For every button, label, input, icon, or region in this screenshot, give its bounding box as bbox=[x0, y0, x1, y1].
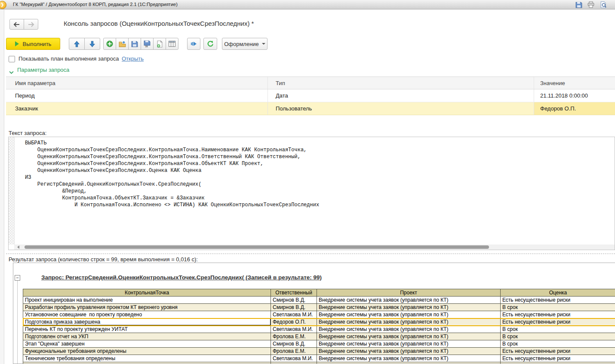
result-cell[interactable]: Светлакова М.И. bbox=[271, 355, 317, 362]
result-cell[interactable]: Смирнов В.Д. bbox=[271, 362, 317, 364]
result-cell[interactable]: Установочное совещание по проекту провед… bbox=[23, 311, 271, 318]
result-cell[interactable]: Внедрение системы учета заявок (управляе… bbox=[317, 304, 501, 311]
result-cell[interactable]: Смирнов В.Д. bbox=[271, 340, 317, 348]
result-row[interactable]: Перечень КТ по проекту утвержден УИТАТСв… bbox=[23, 326, 615, 333]
result-cell[interactable]: Смирнов В.Д. bbox=[271, 304, 317, 311]
new-document-button[interactable] bbox=[153, 38, 166, 50]
result-cell[interactable]: Светлакова М.И. bbox=[271, 311, 317, 318]
result-cell[interactable]: В срок bbox=[501, 326, 615, 333]
execute-button[interactable]: Выполнить bbox=[6, 38, 60, 50]
params-col-header[interactable]: Значение bbox=[534, 77, 615, 89]
save-ok-icon: ок bbox=[144, 40, 151, 47]
result-cell[interactable]: Этап "Оценка" завершен bbox=[23, 340, 271, 348]
result-row[interactable]: Подготовка приказа завершенаФедоров О.П.… bbox=[23, 318, 615, 326]
result-cell[interactable]: Технические требования определены bbox=[23, 355, 271, 362]
result-cell[interactable]: Подготовлен отчет на УКП bbox=[23, 333, 271, 340]
params-section-label[interactable]: Параметры запроса bbox=[17, 67, 69, 73]
result-cell[interactable]: Внедрение системы учета заявок (управляе… bbox=[317, 311, 501, 318]
result-cell[interactable]: В срок bbox=[501, 304, 615, 311]
result-cell[interactable]: Внедрение системы учета заявок (управляе… bbox=[317, 355, 501, 362]
result-row[interactable]: Проект инициирован на выполнениеСмирнов … bbox=[23, 297, 615, 304]
save-icon[interactable] bbox=[575, 1, 583, 8]
param-name-cell[interactable]: Период bbox=[6, 89, 268, 102]
save-ok-button[interactable]: ок bbox=[141, 38, 154, 50]
result-cell[interactable]: Фролова Е.М. bbox=[271, 333, 317, 340]
result-cell[interactable]: Есть несущественные риски bbox=[501, 297, 615, 304]
result-cell[interactable]: Федоров О.П. bbox=[271, 318, 317, 326]
result-cell[interactable]: Перечень КТ по проекту утвержден УИТАТ bbox=[23, 326, 271, 333]
result-row[interactable]: Функциональные требования определеныФрол… bbox=[23, 348, 615, 355]
open-plan-link[interactable]: Открыть bbox=[122, 55, 144, 62]
params-col-header[interactable]: Имя параметра bbox=[6, 77, 268, 89]
forward-button[interactable] bbox=[24, 19, 38, 30]
result-cell[interactable]: Внедрение системы учета заявок (управляе… bbox=[317, 326, 501, 333]
param-type-cell[interactable]: Пользователь bbox=[268, 102, 534, 115]
result-cell[interactable]: В срок bbox=[501, 340, 615, 348]
open-button[interactable] bbox=[116, 38, 129, 50]
result-cell[interactable]: Есть несущественные риски bbox=[501, 318, 615, 326]
result-cell[interactable]: Проект инициирован на выполнение bbox=[23, 297, 271, 304]
param-row[interactable]: ЗаказчикПользовательФедоров О.П. bbox=[6, 102, 615, 115]
move-down-button[interactable] bbox=[84, 38, 100, 50]
result-cell[interactable]: Внедрение системы учета заявок (управляе… bbox=[317, 297, 501, 304]
result-cell[interactable]: Ф… bbox=[23, 362, 271, 364]
refresh-button[interactable] bbox=[203, 38, 217, 50]
save-button[interactable] bbox=[128, 38, 141, 50]
result-cell[interactable]: Фролова Е.М. bbox=[271, 348, 317, 355]
table-button[interactable] bbox=[166, 38, 178, 50]
params-collapse-chevron-icon[interactable] bbox=[9, 68, 14, 76]
result-cell[interactable]: Функциональные требования определены bbox=[23, 348, 271, 355]
result-col-header[interactable]: Оценка bbox=[501, 289, 615, 297]
show-plan-checkbox[interactable] bbox=[9, 56, 15, 62]
result-rows: Проект инициирован на выполнениеСмирнов … bbox=[23, 297, 615, 364]
result-row[interactable]: Установочное совещание по проекту провед… bbox=[23, 311, 615, 318]
scrollbar-thumb[interactable] bbox=[25, 245, 489, 249]
result-panel: − Запрос: РегистрСведений.ОценкиКонтроль… bbox=[13, 263, 615, 364]
result-cell[interactable]: Внедрение системы учета заявок (управляе… bbox=[317, 348, 501, 355]
print-preview-icon[interactable] bbox=[600, 1, 607, 8]
result-cell[interactable]: Внедрение системы учета заявок (управляе… bbox=[317, 333, 501, 340]
splitter-divider[interactable] bbox=[6, 254, 615, 254]
result-cell[interactable]: Внедрение системы учета заявок (управляе… bbox=[317, 362, 501, 364]
collapse-result-button[interactable]: − bbox=[15, 275, 20, 281]
result-row[interactable]: Подготовлен отчет на УКПФролова Е.М.Внед… bbox=[23, 333, 615, 340]
result-cell[interactable]: Смирнов В.Д. bbox=[271, 297, 317, 304]
result-cell[interactable]: Внедрение системы учета заявок (управляе… bbox=[317, 340, 501, 348]
result-cell[interactable]: Есть несущественные риски bbox=[501, 348, 615, 355]
back-button[interactable] bbox=[9, 19, 24, 30]
query-text-box: ВЫБРАТЬ ОценкиКонтрольныхТочекСрезПослед… bbox=[8, 137, 615, 250]
print-icon[interactable] bbox=[587, 1, 595, 8]
result-cell[interactable]: Разработан профиль управления проектом К… bbox=[23, 304, 271, 311]
design-button[interactable]: Оформление bbox=[222, 38, 268, 50]
result-cell[interactable]: Есть несущественные риски bbox=[501, 311, 615, 318]
param-value-cell[interactable]: 21.11.2018 0:00:00 bbox=[534, 89, 615, 102]
param-name-cell[interactable]: Заказчик bbox=[6, 102, 268, 115]
back-arrow-icon bbox=[13, 22, 20, 27]
params-col-header[interactable]: Тип bbox=[268, 77, 534, 89]
result-cell[interactable]: В срок bbox=[501, 333, 615, 340]
add-button[interactable] bbox=[103, 38, 116, 50]
query-text[interactable]: ВЫБРАТЬ ОценкиКонтрольныхТочекСрезПослед… bbox=[25, 140, 319, 208]
result-cell[interactable]: Есть несущественные риски bbox=[501, 362, 615, 364]
query-hscrollbar[interactable] bbox=[14, 245, 615, 250]
param-value-cell[interactable]: Федоров О.П. bbox=[534, 102, 615, 115]
result-col-header[interactable]: Ответственный bbox=[271, 289, 317, 297]
param-type-cell[interactable]: Дата bbox=[268, 89, 534, 102]
result-cell[interactable]: Светлакова М.И. bbox=[271, 326, 317, 333]
param-row[interactable]: ПериодДата21.11.2018 0:00:00 bbox=[6, 89, 615, 102]
result-row[interactable]: Этап "Оценка" завершенСмирнов В.Д.Внедре… bbox=[23, 340, 615, 348]
play-icon bbox=[15, 41, 19, 46]
result-row[interactable]: Ф…Смирнов В.Д.Внедрение системы учета за… bbox=[23, 362, 615, 364]
file-button-group: ок bbox=[103, 38, 178, 50]
result-cell[interactable]: Подготовка приказа завершена bbox=[23, 318, 271, 326]
result-cell[interactable]: Есть несущественные риски bbox=[501, 355, 615, 362]
result-row[interactable]: Технические требования определеныСветлак… bbox=[23, 355, 615, 362]
step-button[interactable] bbox=[187, 38, 200, 50]
result-cell[interactable]: Внедрение системы учета заявок (управляе… bbox=[317, 318, 501, 326]
result-col-header[interactable]: КонтрольнаяТочка bbox=[23, 289, 271, 297]
result-table: КонтрольнаяТочка Ответственный Проект Оц… bbox=[23, 289, 615, 364]
result-row[interactable]: Разработан профиль управления проектом К… bbox=[23, 304, 615, 311]
result-col-header[interactable]: Проект bbox=[317, 289, 501, 297]
move-up-button[interactable] bbox=[69, 38, 85, 50]
scrollbar-left-arrow[interactable] bbox=[14, 245, 22, 250]
